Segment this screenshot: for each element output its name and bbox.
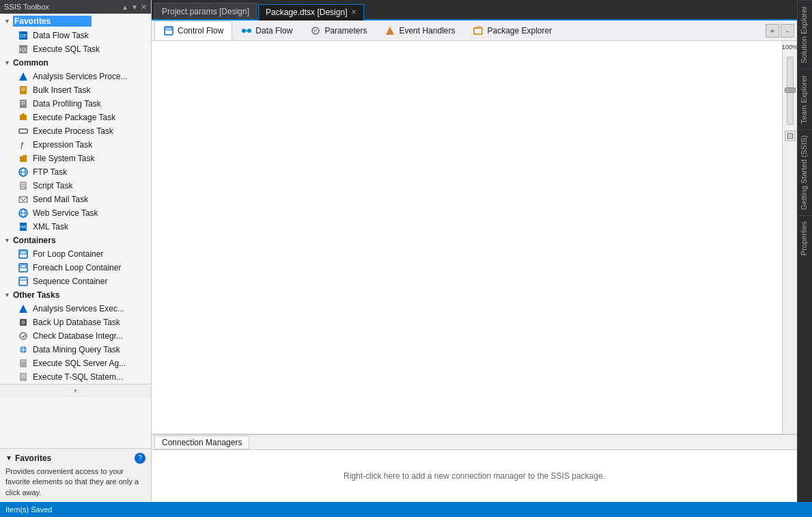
item-ftp-task[interactable]: FTP Task	[0, 165, 151, 179]
tab-parameters[interactable]: P Parameters	[301, 21, 376, 40]
zoom-thumb[interactable]	[785, 87, 796, 93]
analysis-services-proc-icon	[18, 71, 29, 82]
item-execute-process-task[interactable]: Execute Process Task	[0, 124, 151, 138]
data-mining-icon	[18, 344, 29, 355]
execute-process-task-label: Execute Process Task	[33, 126, 113, 136]
footer-description: Provides convenient access to your favor…	[5, 466, 145, 498]
control-flow-tab-icon	[163, 25, 174, 36]
tab-zoom-out-btn[interactable]: -	[781, 24, 794, 38]
svg-text:P: P	[314, 28, 318, 34]
toolbox-panel: SSIS Toolbox ▲ ▼ ✕ ▼ Favorites DF	[0, 0, 152, 502]
item-back-up-database-task[interactable]: Back Up Database Task	[0, 316, 151, 329]
item-web-service-task[interactable]: Web Service Task	[0, 206, 151, 220]
tab-zoom-in-btn[interactable]: +	[766, 24, 779, 38]
item-script-task[interactable]: Script Task	[0, 179, 151, 193]
toolbox-pin-icon[interactable]: ▲	[122, 3, 128, 11]
sidebar-item-properties[interactable]: Properties	[798, 215, 812, 261]
common-items: Analysis Services Proce... Bulk Insert T…	[0, 70, 151, 234]
package-dtsx-close[interactable]: ✕	[351, 8, 356, 16]
toolbox-menu-icon[interactable]: ▼	[131, 3, 138, 11]
favorites-items: DF Data Flow Task SQL Execute SQL Task	[0, 29, 151, 56]
design-canvas[interactable]	[152, 41, 782, 434]
item-analysis-services-proc[interactable]: Analysis Services Proce...	[0, 70, 151, 83]
sidebar-item-team-explorer[interactable]: Team Explorer	[798, 69, 812, 129]
data-flow-task-label: Data Flow Task	[33, 31, 89, 40]
item-data-flow-task[interactable]: DF Data Flow Task	[0, 29, 151, 42]
svg-rect-13	[19, 129, 27, 133]
item-data-mining-query-task[interactable]: Data Mining Query Task	[0, 343, 151, 357]
svg-rect-12	[22, 113, 25, 115]
sidebar-item-solution-explorer[interactable]: Solution Explorer	[798, 0, 812, 69]
section-favorites[interactable]: ▼ Favorites	[0, 14, 151, 29]
execute-t-sql-label: Execute T-SQL Statem...	[33, 372, 123, 382]
sidebar-item-getting-started[interactable]: Getting Started (SSIS)	[798, 129, 812, 215]
item-execute-t-sql-statem[interactable]: Execute T-SQL Statem...	[0, 370, 151, 384]
tab-package-explorer[interactable]: Package Explorer	[464, 21, 561, 40]
script-task-icon	[18, 180, 29, 191]
connection-managers-tab-label: Connection Managers	[162, 438, 242, 447]
ftp-task-icon	[18, 167, 29, 178]
item-send-mail-task[interactable]: Send Mail Task	[0, 193, 151, 206]
item-execute-package-task[interactable]: Execute Package Task	[0, 111, 151, 124]
item-check-database-integ[interactable]: Check Database Integr...	[0, 329, 151, 343]
item-expression-task[interactable]: ƒ Expression Task	[0, 138, 151, 152]
containers-arrow: ▼	[4, 237, 10, 244]
favorites-label: Favorites	[13, 16, 92, 27]
connection-managers-tabs: Connection Managers	[152, 435, 797, 450]
tab-control-flow[interactable]: Control Flow	[154, 21, 232, 40]
item-file-system-task[interactable]: File System Task	[0, 152, 151, 165]
toolbox-close-icon[interactable]: ✕	[141, 3, 147, 12]
svg-text:DF: DF	[20, 33, 27, 39]
item-xml-task[interactable]: XML XML Task	[0, 220, 151, 234]
for-loop-label: For Loop Container	[33, 249, 103, 259]
solution-explorer-label: Solution Explorer	[800, 6, 808, 64]
control-flow-tab-label: Control Flow	[178, 26, 223, 36]
item-data-profiling-task[interactable]: Data Profiling Task	[0, 97, 151, 111]
zoom-track[interactable]	[787, 57, 794, 125]
xml-task-icon: XML	[18, 221, 29, 232]
tab-data-flow[interactable]: Data Flow	[232, 21, 301, 40]
other-tasks-items: Analysis Services Exec... Back Up Databa…	[0, 302, 151, 384]
xml-task-label: XML Task	[33, 222, 68, 232]
bulk-insert-task-icon	[18, 85, 29, 96]
section-common[interactable]: ▼ Common	[0, 56, 151, 70]
item-execute-sql-task[interactable]: SQL Execute SQL Task	[0, 42, 151, 56]
connection-managers-panel: Connection Managers Right-click here to …	[152, 434, 797, 502]
svg-marker-4	[19, 72, 27, 81]
tab-corner-buttons: + -	[766, 24, 794, 38]
toolbox-footer: ▼ Favorites ? Provides convenient access…	[0, 448, 151, 502]
foreach-loop-icon	[18, 262, 29, 273]
svg-line-39	[23, 335, 25, 337]
svg-rect-11	[20, 115, 27, 120]
execute-package-task-label: Execute Package Task	[33, 113, 115, 122]
execute-sql-task-icon: SQL	[18, 44, 29, 55]
item-foreach-loop-container[interactable]: Foreach Loop Container	[0, 261, 151, 275]
item-for-loop-container[interactable]: For Loop Container	[0, 247, 151, 261]
connection-managers-tab[interactable]: Connection Managers	[154, 436, 249, 449]
item-analysis-services-exec[interactable]: Analysis Services Exec...	[0, 302, 151, 316]
designer-tabs-bar: Control Flow Data Flow P Parameters	[152, 20, 797, 41]
item-bulk-insert-task[interactable]: Bulk Insert Task	[0, 83, 151, 97]
data-flow-tab-label: Data Flow	[255, 26, 292, 36]
svg-marker-34	[19, 305, 27, 313]
doc-tab-project-params[interactable]: Project.params [Design]	[154, 3, 257, 19]
item-execute-sql-server-ag[interactable]: Execute SQL Server Ag...	[0, 357, 151, 370]
zoom-level: 100%	[782, 44, 797, 51]
fit-to-page-btn[interactable]: ⊡	[785, 130, 796, 141]
footer-help-icon[interactable]: ?	[135, 453, 145, 464]
execute-sql-server-icon	[18, 358, 29, 369]
tab-event-handlers[interactable]: Event Handlers	[376, 21, 464, 40]
analysis-services-exec-icon	[18, 303, 29, 314]
zoom-panel: 100% ⊡	[782, 41, 797, 434]
item-sequence-container[interactable]: Sequence Container	[0, 275, 151, 288]
data-flow-task-icon: DF	[18, 30, 29, 41]
data-profiling-task-label: Data Profiling Task	[33, 99, 101, 109]
section-other-tasks[interactable]: ▼ Other Tasks	[0, 288, 151, 302]
data-mining-label: Data Mining Query Task	[33, 345, 120, 354]
connection-managers-content[interactable]: Right-click here to add a new connection…	[152, 450, 797, 502]
execute-t-sql-icon	[18, 372, 29, 382]
doc-tab-package-dtsx[interactable]: Package.dtsx [Design] ✕	[258, 4, 364, 20]
section-containers[interactable]: ▼ Containers	[0, 234, 151, 247]
svg-text:SQL: SQL	[18, 47, 28, 53]
footer-collapse-icon[interactable]: ▼	[5, 454, 12, 462]
